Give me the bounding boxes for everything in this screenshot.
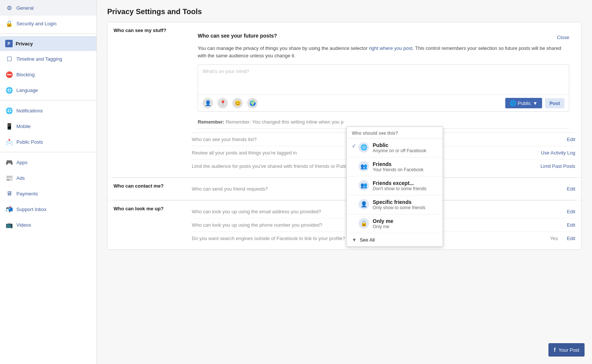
specific-icon: 👤: [359, 199, 369, 210]
sidebar-label-language: Language: [16, 87, 38, 93]
friends-list-edit[interactable]: Edit: [567, 137, 575, 142]
post-button[interactable]: Post: [545, 98, 564, 108]
post-btn-label: Post: [550, 100, 560, 106]
activity-log-link[interactable]: Use Activity Log: [541, 150, 576, 156]
activity-icon[interactable]: 🌍: [247, 98, 258, 108]
sidebar-item-apps[interactable]: 🎮 Apps: [0, 154, 96, 170]
review-posts-question: Review all your posts and things you're …: [192, 150, 297, 156]
sidebar-divider-1: [0, 33, 96, 34]
post-box: What's on your mind? 👤 📍 😊 🌍: [198, 64, 569, 112]
see-all-label: See All: [360, 237, 375, 243]
public-btn-label: Public: [518, 100, 531, 106]
section-label-contact-me: Who can contact me?: [114, 182, 188, 189]
remember-desc: Remember: You changed this setting inlin…: [226, 119, 344, 125]
sidebar-label-public-posts: Public Posts: [16, 139, 43, 145]
sidebar-label-payments: Payments: [16, 191, 38, 197]
sidebar-item-payments[interactable]: 🖥 Payments: [0, 186, 96, 201]
sidebar-item-support[interactable]: 📬 Support Inbox: [0, 201, 96, 217]
post-box-input[interactable]: What's on your mind?: [198, 65, 569, 95]
sidebar-label-security: Security and Login: [16, 21, 57, 26]
support-icon: 📬: [5, 205, 13, 213]
dropdown-title-friends-except: Friends except...: [373, 180, 426, 186]
section-contact-me: Who can contact me? Who can send you fri…: [108, 178, 581, 200]
sidebar-item-language[interactable]: 🌐 Language: [0, 82, 96, 98]
sidebar-divider-2: [0, 100, 96, 100]
dropdown-title-only-me: Only me: [373, 218, 393, 224]
sidebar-item-security[interactable]: 🔒 Security and Login: [0, 16, 96, 31]
dropdown-header: Who should see this?: [347, 127, 443, 138]
dropdown-sub-friends-except: Don't show to some friends: [373, 186, 426, 191]
notifications-icon: 🌐: [5, 106, 13, 115]
dropdown-text-public: Public Anyone on or off Facebook: [373, 142, 426, 153]
your-post-toast: f Your Post: [548, 343, 585, 357]
sidebar-item-public-posts[interactable]: 📩 Public Posts: [0, 134, 96, 150]
sidebar-mid-section: P Privacy ☐ Timeline and Tagging ⛔ Block…: [0, 36, 96, 98]
sidebar-item-videos[interactable]: 📺 Videos: [0, 217, 96, 233]
check-public: ✓: [352, 143, 359, 149]
toast-label: Your Post: [558, 347, 579, 353]
tag-icon[interactable]: 👤: [203, 98, 213, 108]
sidebar-label-timeline: Timeline and Tagging: [16, 56, 62, 62]
limit-audience-question: Limit the audience for posts you've shar…: [192, 163, 352, 169]
dropdown-title-public: Public: [373, 142, 426, 148]
dropdown-sub-public: Anyone on or off Facebook: [373, 148, 426, 153]
friend-requests-question: Who can send you friend requests?: [192, 186, 268, 192]
close-link[interactable]: Close: [557, 35, 569, 40]
dropdown-sub-friends: Your friends on Facebook: [373, 167, 423, 172]
post-box-icons: 👤 📍 😊 🌍: [203, 98, 502, 108]
sidebar-label-privacy: Privacy: [16, 41, 33, 47]
search-engines-edit[interactable]: Edit: [567, 236, 575, 241]
sidebar-label-videos: Videos: [16, 222, 31, 228]
dropdown-sub-only-me: Only me: [373, 224, 393, 229]
sidebar-label-notifications: Notifications: [16, 108, 43, 114]
future-posts-expanded: Who can see your future posts? Close You…: [192, 27, 575, 133]
sidebar-label-general: General: [16, 5, 34, 11]
limit-past-posts-link[interactable]: Limit Past Posts: [541, 163, 575, 169]
sidebar-item-timeline[interactable]: ☐ Timeline and Tagging: [0, 51, 96, 67]
lock-icon: 🔒: [5, 19, 13, 28]
sidebar-label-apps: Apps: [16, 160, 28, 165]
sidebar-item-blocking[interactable]: ⛔ Blocking: [0, 67, 96, 82]
section-look-me-up: Who can look me up? Who can look you up …: [108, 201, 581, 249]
public-audience-button[interactable]: 🌐 Public ▼: [505, 98, 542, 108]
dropdown-sub-specific: Only show to some friends: [373, 205, 425, 210]
sidebar-divider-3: [0, 152, 96, 152]
future-posts-desc: You can manage the privacy of things you…: [198, 45, 569, 59]
search-engines-question: Do you want search engines outside of Fa…: [192, 236, 345, 241]
dropdown-text-friends-except: Friends except... Don't show to some fri…: [373, 180, 426, 191]
gear-icon: ⚙: [5, 4, 13, 12]
dropdown-item-specific[interactable]: ✓ 👤 Specific friends Only show to some f…: [347, 195, 443, 214]
see-all-row[interactable]: ▼ See All: [347, 233, 443, 246]
sidebar-label-blocking: Blocking: [16, 72, 35, 77]
email-lookup-edit[interactable]: Edit: [567, 209, 575, 214]
sidebar-item-notifications[interactable]: 🌐 Notifications: [0, 103, 96, 118]
payments-icon: 🖥: [5, 189, 13, 198]
language-icon: 🌐: [5, 86, 13, 94]
globe-icon: 🌐: [359, 142, 369, 153]
page-title: Privacy Settings and Tools: [107, 7, 582, 16]
sidebar: ⚙ General 🔒 Security and Login P Privacy…: [0, 0, 97, 364]
sidebar-bot-section: 🌐 Notifications 📱 Mobile 📩 Public Posts: [0, 103, 96, 150]
sidebar-item-privacy[interactable]: P Privacy: [0, 36, 96, 51]
sidebar-item-general[interactable]: ⚙ General: [0, 0, 96, 16]
emoji-icon[interactable]: 😊: [232, 98, 243, 108]
phone-lookup-edit[interactable]: Edit: [567, 222, 575, 228]
friend-requests-edit[interactable]: Edit: [567, 186, 575, 192]
privacy-settings-card: Who can see my stuff? Who can see your f…: [107, 22, 582, 250]
location-icon[interactable]: 📍: [217, 98, 228, 108]
dropdown-item-public[interactable]: ✓ 🌐 Public Anyone on or off Facebook: [347, 138, 443, 157]
privacy-icon: P: [5, 40, 13, 47]
friends-list-question: Who can see your friends list?: [192, 137, 257, 142]
sidebar-label-support: Support Inbox: [16, 207, 47, 212]
section-label-see-my-stuff: Who can see my stuff?: [114, 27, 188, 33]
dropdown-item-only-me[interactable]: ✓ 🔒 Only me Only me: [347, 214, 443, 233]
videos-icon: 📺: [5, 221, 13, 229]
right-where-you-post-link[interactable]: right where you post: [369, 45, 413, 51]
audience-dropdown: Who should see this? ✓ 🌐 Public Anyone o…: [346, 127, 443, 247]
mobile-icon: 📱: [5, 122, 13, 130]
dropdown-item-friends-except[interactable]: ✓ 👥 Friends except... Don't show to some…: [347, 176, 443, 195]
dropdown-item-friends[interactable]: ✓ 👥 Friends Your friends on Facebook: [347, 157, 443, 176]
future-posts-title: Who can see your future posts?: [198, 33, 277, 39]
sidebar-item-ads[interactable]: 📰 Ads: [0, 170, 96, 186]
sidebar-item-mobile[interactable]: 📱 Mobile: [0, 118, 96, 134]
